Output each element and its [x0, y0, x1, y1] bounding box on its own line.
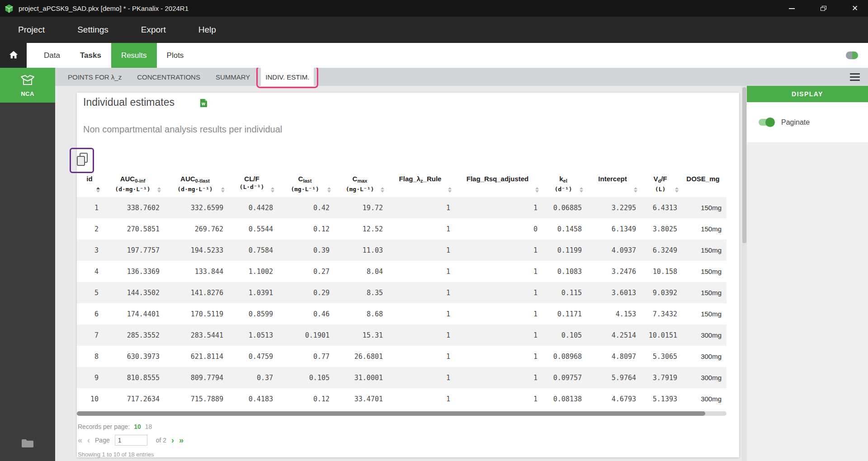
horizontal-scrollbar-thumb[interactable]: [77, 411, 705, 416]
sort-icon[interactable]: [634, 187, 637, 193]
column-header-k_el[interactable]: kel(d⁻¹): [541, 172, 585, 197]
column-name: CL/F: [244, 175, 259, 183]
menu-item-help[interactable]: Help: [198, 25, 216, 35]
menu-bar: ProjectSettingsExportHelp: [0, 17, 868, 43]
column-header-id[interactable]: id: [77, 172, 102, 197]
sort-icon[interactable]: [327, 187, 331, 193]
cell-cl_f: 0.8599: [227, 303, 277, 325]
cell-intercept: 5.9764: [585, 367, 640, 388]
cell-c_max: 15.31: [333, 325, 387, 346]
minimize-button[interactable]: [785, 2, 798, 15]
column-name: AUC0-tlast: [180, 175, 210, 185]
first-page-button[interactable]: «: [78, 436, 82, 444]
sort-icon[interactable]: [675, 187, 679, 193]
cell-flag_rsq_adjusted: 1: [454, 240, 541, 261]
column-header-flag_rsq_adjusted[interactable]: Flag_Rsq_adjusted: [454, 172, 541, 197]
display-panel-header: DISPLAY: [747, 86, 868, 102]
sort-icon[interactable]: [448, 187, 452, 193]
subtab-points-for-z[interactable]: POINTS FOR λ_z: [63, 68, 126, 86]
column-header-c_last[interactable]: Clast(mg·L⁻¹): [277, 172, 333, 197]
cell-cl_f: 1.0513: [227, 325, 277, 346]
cell-c_last: 0.27: [277, 261, 333, 282]
records-per-page-option-18[interactable]: 18: [145, 423, 152, 430]
column-header-dose_mg[interactable]: DOSE_mg: [681, 172, 725, 197]
previous-page-button[interactable]: ‹: [87, 436, 90, 444]
tab-plots[interactable]: Plots: [157, 43, 194, 68]
vertical-scrollbar[interactable]: [742, 86, 747, 461]
copy-table-button[interactable]: [76, 152, 90, 168]
hamburger-menu-icon[interactable]: [850, 73, 860, 81]
column-name: Intercept: [598, 175, 627, 183]
cell-flag_lambda_z_rule: 1: [387, 282, 454, 303]
column-header-flag_lambda_z_rule[interactable]: Flag_λz_Rule: [387, 172, 454, 197]
project-folder-button[interactable]: [0, 438, 55, 450]
tab-results[interactable]: Results: [111, 43, 157, 68]
cell-flag_lambda_z_rule: 1: [387, 388, 454, 409]
vertical-scrollbar-thumb[interactable]: [742, 87, 746, 243]
sidebar-item-nca[interactable]: NCA: [0, 68, 55, 103]
cell-dose_mg: 300mg: [681, 388, 725, 409]
subtab-summary[interactable]: SUMMARY: [211, 68, 255, 86]
cell-auc0_inf: 136.3369: [102, 261, 163, 282]
menu-item-export[interactable]: Export: [141, 25, 166, 35]
sort-icon[interactable]: [157, 187, 161, 193]
nav-bar: DataTasksResultsPlots: [0, 43, 868, 68]
horizontal-scrollbar[interactable]: [77, 411, 726, 416]
column-header-cl_f[interactable]: CL/F(L·d⁻¹): [227, 172, 277, 197]
subtab-concentrations[interactable]: CONCENTRATIONS: [132, 68, 205, 86]
column-header-intercept[interactable]: Intercept: [585, 172, 640, 197]
page-count-label: of 2: [156, 437, 166, 444]
sort-icon[interactable]: [580, 187, 583, 193]
restore-button[interactable]: [816, 2, 830, 15]
sort-icon[interactable]: [221, 187, 225, 193]
cell-flag_lambda_z_rule: 1: [387, 240, 454, 261]
next-page-button[interactable]: ›: [171, 436, 174, 444]
copy-icon: [76, 160, 89, 168]
page-number-input[interactable]: [115, 435, 147, 446]
menu-item-settings[interactable]: Settings: [77, 25, 108, 35]
sort-icon[interactable]: [271, 187, 274, 193]
tab-tasks[interactable]: Tasks: [70, 43, 111, 68]
cell-c_last: 0.12: [277, 218, 333, 240]
cell-flag_rsq_adjusted: 1: [454, 282, 541, 303]
cell-vd_f: 10.158: [640, 261, 681, 282]
cell-intercept: 3.6013: [585, 282, 640, 303]
cell-intercept: 4.153: [585, 303, 640, 325]
close-button[interactable]: ✕: [848, 2, 862, 15]
cell-auc0_tlast: 621.8114: [163, 346, 227, 367]
last-page-button[interactable]: »: [179, 436, 184, 444]
cell-intercept: 6.1349: [585, 218, 640, 240]
connection-status-icon[interactable]: [846, 52, 858, 59]
cell-cl_f: 0.4759: [227, 346, 277, 367]
showing-entries-label: Showing 1 to 10 of 18 entries: [78, 451, 154, 458]
cell-dose_mg: 150mg: [681, 197, 725, 218]
column-header-auc0_tlast[interactable]: AUC0-tlast(d·mg·L⁻¹): [163, 172, 227, 197]
cell-flag_lambda_z_rule: 1: [387, 197, 454, 218]
cell-vd_f: 5.1393: [640, 388, 681, 409]
records-per-page-option-10[interactable]: 10: [134, 423, 141, 430]
cell-flag_rsq_adjusted: 1: [454, 367, 541, 388]
cell-cl_f: 0.37: [227, 367, 277, 388]
column-unit: (d⁻¹): [554, 186, 572, 193]
column-name: DOSE_mg: [686, 175, 719, 183]
column-header-vd_f[interactable]: Vd/F(L): [640, 172, 681, 197]
cell-c_last: 0.1901: [277, 325, 333, 346]
sort-icon[interactable]: [535, 187, 539, 193]
home-button[interactable]: [0, 43, 27, 68]
cell-flag_lambda_z_rule: 1: [387, 367, 454, 388]
sort-icon[interactable]: [96, 187, 100, 193]
cell-flag_lambda_z_rule: 1: [387, 303, 454, 325]
subtab-indiv-estim[interactable]: INDIV. ESTIM.: [261, 68, 314, 86]
cell-c_last: 0.12: [277, 388, 333, 409]
paginate-toggle[interactable]: [759, 119, 774, 126]
cell-k_el: 0.09757: [541, 367, 585, 388]
sort-icon[interactable]: [381, 187, 384, 193]
column-header-auc0_inf[interactable]: AUC0-inf(d·mg·L⁻¹): [102, 172, 163, 197]
cell-auc0_inf: 717.2634: [102, 388, 163, 409]
menu-item-project[interactable]: Project: [18, 25, 45, 35]
export-word-icon[interactable]: w: [200, 99, 208, 109]
column-header-c_max[interactable]: Cmax(mg·L⁻¹): [333, 172, 387, 197]
cell-intercept: 3.2295: [585, 197, 640, 218]
tab-data[interactable]: Data: [34, 43, 70, 68]
cell-vd_f: 5.3065: [640, 346, 681, 367]
